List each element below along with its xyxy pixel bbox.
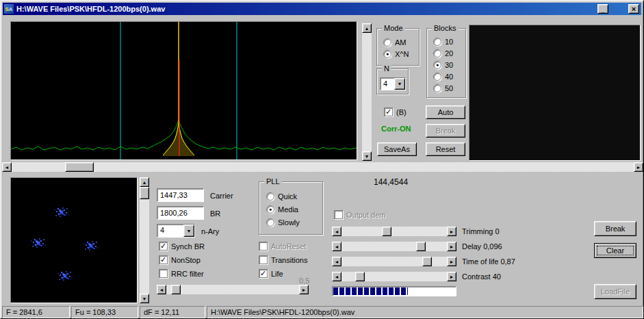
scroll-track[interactable] xyxy=(342,272,447,281)
scroll-right-button[interactable]: ► xyxy=(447,272,456,281)
radio-pll-quick[interactable]: Quick xyxy=(266,192,322,201)
minimize-button[interactable]: _ xyxy=(597,4,608,14)
checkbox-b[interactable]: ✓ (B) xyxy=(384,107,407,116)
main-hscrollbar[interactable]: ◄ ► xyxy=(2,162,643,172)
progress-bar-fill xyxy=(333,288,408,295)
scroll-left-button[interactable]: ◄ xyxy=(332,227,342,236)
scroll-left-button[interactable]: ◄ xyxy=(332,257,342,266)
scroll-left-button[interactable]: ◄ xyxy=(2,162,12,172)
time-of-life-slider[interactable]: ◄ ► xyxy=(332,257,456,266)
scroll-thumb[interactable] xyxy=(416,242,426,251)
radio-pll-slowly[interactable]: Slowly xyxy=(266,218,322,227)
threshold-slider[interactable]: ◄ ► xyxy=(157,285,309,294)
checkbox-synch-br[interactable]: ✓ Synch BR xyxy=(159,242,205,251)
br-input[interactable] xyxy=(157,206,204,220)
radio-blocks-50[interactable]: 50 xyxy=(433,84,465,92)
scroll-thumb[interactable] xyxy=(382,227,391,236)
scroll-thumb[interactable] xyxy=(422,257,432,266)
radio-mode-xn[interactable]: ● X^N xyxy=(383,49,419,58)
radio-blocks-10[interactable]: 10 xyxy=(433,37,465,46)
n-select[interactable]: 4 ▼ xyxy=(380,77,406,90)
close-icon: × xyxy=(632,5,636,13)
radio-icon: ● xyxy=(433,61,441,69)
radio-icon xyxy=(266,192,274,201)
radio-label: 50 xyxy=(445,84,453,92)
constellation-vscrollbar[interactable]: ▲ ▼ xyxy=(140,177,149,303)
checkbox-icon xyxy=(259,242,268,251)
radio-label: 10 xyxy=(445,38,453,46)
scroll-track[interactable] xyxy=(166,285,299,294)
carrier-input[interactable] xyxy=(157,188,204,202)
radio-label: Media xyxy=(278,205,298,214)
constellation-plot xyxy=(11,178,137,303)
scroll-track[interactable] xyxy=(362,33,372,151)
radio-blocks-40[interactable]: 40 xyxy=(433,72,465,81)
nary-select-dropdown-button[interactable]: ▼ xyxy=(183,225,194,237)
scroll-track[interactable] xyxy=(12,162,634,172)
radio-blocks-30[interactable]: ● 30 xyxy=(433,60,465,69)
scroll-down-button[interactable]: ▼ xyxy=(362,151,372,161)
radio-blocks-20[interactable]: 20 xyxy=(433,49,465,58)
scroll-right-button[interactable]: ► xyxy=(299,285,309,294)
nary-select-value: 4 xyxy=(157,225,183,237)
checkbox-autoreset: AutoReset xyxy=(259,242,307,251)
scroll-left-button[interactable]: ◄ xyxy=(332,272,342,281)
radio-pll-media[interactable]: ● Media xyxy=(266,205,322,214)
scroll-track[interactable] xyxy=(342,227,447,236)
n-group-label: N xyxy=(382,64,391,73)
nary-select[interactable]: 4 ▼ xyxy=(157,224,195,238)
scroll-left-button[interactable]: ◄ xyxy=(157,285,166,294)
status-filepath: H:\WAVE Files\PSK\HFDL-1200bps(0).wav xyxy=(207,306,643,318)
scroll-thumb[interactable] xyxy=(355,272,365,281)
scroll-thumb[interactable] xyxy=(171,285,181,294)
arrow-left-icon: ◄ xyxy=(5,165,10,170)
radio-icon: ● xyxy=(383,50,391,58)
title-bar: SA H:\WAVE Files\PSK\HFDL-1200bps(0).wav… xyxy=(3,3,641,15)
scroll-thumb[interactable] xyxy=(65,162,94,172)
arrow-right-icon: ► xyxy=(302,288,307,292)
status-filepath-text: H:\WAVE Files\PSK\HFDL-1200bps(0).wav xyxy=(211,308,355,316)
checkbox-transitions[interactable]: Transitions xyxy=(259,255,307,264)
scroll-up-button[interactable]: ▲ xyxy=(140,177,149,187)
scroll-track[interactable] xyxy=(342,257,447,266)
pll-group-label: PLL xyxy=(264,177,282,186)
n-select-dropdown-button[interactable]: ▼ xyxy=(394,78,405,90)
arrow-down-icon: ▼ xyxy=(365,154,370,159)
scroll-right-button[interactable]: ► xyxy=(447,227,456,236)
spectrum-display[interactable] xyxy=(10,21,357,160)
carrier-label: Carrier xyxy=(210,192,233,200)
scroll-right-button[interactable]: ► xyxy=(447,242,456,251)
checkbox-nonstop[interactable]: ✓ NonStop xyxy=(159,255,205,264)
status-f-text: F = 2841,6 xyxy=(6,308,42,316)
scroll-down-button[interactable]: ▼ xyxy=(140,294,149,303)
n-groupbox: N 4 ▼ xyxy=(376,68,409,94)
close-button[interactable]: × xyxy=(628,4,639,14)
scroll-thumb[interactable] xyxy=(140,187,149,199)
arrow-right-icon: ► xyxy=(450,275,454,279)
radio-mode-am[interactable]: AM xyxy=(383,38,419,47)
scroll-track[interactable] xyxy=(342,242,447,251)
status-fu-text: Fu = 108,33 xyxy=(75,308,116,316)
auto-button[interactable]: Auto xyxy=(426,105,465,119)
saveas-button[interactable]: SaveAs xyxy=(377,142,417,156)
scroll-right-button[interactable]: ► xyxy=(634,162,643,172)
clear-button[interactable]: Clear xyxy=(594,243,636,258)
radio-icon xyxy=(433,73,441,81)
saveas-button-label: SaveAs xyxy=(384,145,410,153)
trimming-slider[interactable]: ◄ ► xyxy=(332,227,456,236)
scroll-track[interactable] xyxy=(140,187,149,294)
break-button[interactable]: Break xyxy=(594,221,636,236)
checkbox-label: AutoReset xyxy=(271,242,306,251)
checkbox-icon: ✓ xyxy=(159,242,168,251)
spectrum-vscrollbar[interactable]: ▲ ▼ xyxy=(362,23,372,161)
contrast-slider[interactable]: ◄ ► xyxy=(332,272,456,281)
scroll-right-button[interactable]: ► xyxy=(447,257,456,266)
delay-slider[interactable]: ◄ ► xyxy=(332,242,456,251)
checkbox-icon: ✓ xyxy=(159,255,168,264)
checkbox-rrc-filter[interactable]: RRC filter xyxy=(159,269,205,278)
scroll-up-button[interactable]: ▲ xyxy=(362,23,372,33)
reset-button[interactable]: Reset xyxy=(426,142,465,156)
dropdown-arrow-icon: ▼ xyxy=(398,81,402,86)
scroll-left-button[interactable]: ◄ xyxy=(332,242,342,251)
radio-label: Slowly xyxy=(278,218,300,227)
